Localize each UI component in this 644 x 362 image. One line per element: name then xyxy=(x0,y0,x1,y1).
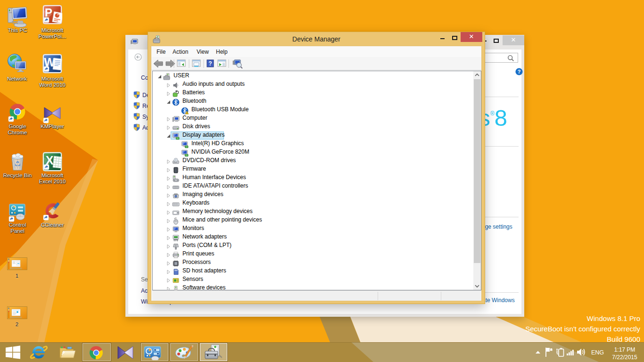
svg-text:?: ? xyxy=(208,60,212,67)
svg-text:?: ? xyxy=(518,69,521,74)
svg-text:P: P xyxy=(45,6,52,19)
svg-text:!: ! xyxy=(187,112,188,115)
